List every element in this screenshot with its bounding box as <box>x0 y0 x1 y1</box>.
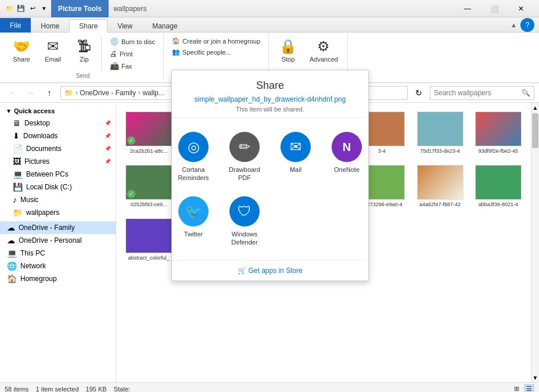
help-button[interactable]: ? <box>520 18 534 32</box>
homegroup-button[interactable]: 🏠 Create or join a homegroup <box>168 36 264 46</box>
maximize-button[interactable]: ⬜ <box>481 0 508 17</box>
scroll-thumb[interactable] <box>532 113 538 148</box>
homegroup-sidebar-label: Homegroup <box>20 275 57 283</box>
list-item[interactable]: ✓2ca2b2b1-a8c... <box>121 107 177 159</box>
share-app-onenote[interactable]: N OneNote <box>324 127 370 187</box>
list-item[interactable]: a4a62f47-f887-42 <box>412 161 468 212</box>
tab-file[interactable]: File <box>0 18 31 33</box>
file-name-label: 93df9f2e-fbe2-45 <box>479 148 519 154</box>
sidebar-item-music[interactable]: ♪ Music <box>0 193 116 206</box>
close-button[interactable]: ✕ <box>508 0 534 17</box>
share-app-windows-defender[interactable]: 🛡 WindowsDefender <box>221 192 268 251</box>
sidebar-item-onedrive-family[interactable]: ☁ OneDrive - Family <box>0 221 116 234</box>
between-pcs-icon: 💻 <box>13 170 23 179</box>
title-bar: 📁 💾 ↩ ▾ Picture Tools wallpapers — ⬜ ✕ <box>0 0 539 17</box>
app-icon: 📁 <box>5 4 14 13</box>
security-group-content: 🔒 Stop ⚙ Advanced <box>274 36 343 71</box>
quick-access-more[interactable]: ▾ <box>39 4 49 13</box>
print-button[interactable]: 🖨 Print <box>106 48 159 59</box>
sidebar-item-documents[interactable]: 📄 Documents 📌 <box>0 142 116 155</box>
title-text: wallpapers <box>109 5 151 13</box>
homegroup-icon: 🏠 <box>172 37 180 45</box>
get-apps-label: Get apps in Store <box>248 267 302 275</box>
drawboard-label: DrawboardPDF <box>229 166 260 182</box>
scroll-down-arrow[interactable]: ▼ <box>531 373 539 382</box>
homegroup-sidebar-icon: 🏠 <box>7 274 17 283</box>
advanced-label: Advanced <box>310 56 338 63</box>
this-pc-icon: 💻 <box>7 249 17 258</box>
scroll-up-arrow[interactable]: ▲ <box>531 103 539 112</box>
share-app-mail[interactable]: ✉ Mail <box>272 127 319 187</box>
details-view-btn[interactable]: ☰ <box>524 384 534 393</box>
share-label: Share <box>13 56 30 63</box>
file-name-label: abstract_colorful_ <box>128 255 170 261</box>
email-button[interactable]: ✉ Email <box>38 36 67 65</box>
specific-people-button[interactable]: 👥 Specific people... <box>168 47 235 57</box>
refresh-button[interactable]: ↻ <box>411 85 426 100</box>
sidebar-item-network[interactable]: 🌐 Network <box>0 260 116 272</box>
zip-button[interactable]: 🗜 Zip <box>70 36 99 65</box>
zip-label: Zip <box>80 56 88 63</box>
ribbon-collapse-btn[interactable]: ▲ <box>511 21 517 28</box>
sidebar-item-this-pc[interactable]: 💻 This PC <box>0 247 116 260</box>
quick-access-undo[interactable]: ↩ <box>28 4 37 13</box>
specific-icon: 👥 <box>172 48 180 56</box>
tab-manage[interactable]: Manage <box>142 19 187 33</box>
print-icon: 🖨 <box>110 49 117 58</box>
scrollbar[interactable]: ▲ ▼ <box>531 103 539 382</box>
burn-label: Burn to disc <box>121 38 155 45</box>
forward-button[interactable]: → <box>23 85 38 100</box>
share-app-drawboard[interactable]: ✏ DrawboardPDF <box>221 127 268 187</box>
search-input[interactable] <box>434 89 522 97</box>
file-name-label: a4a62f47-f887-42 <box>419 202 461 207</box>
list-item[interactable]: 93df9f2e-fbe2-45 <box>470 107 526 159</box>
file-name-label: 75d17f33-de23-4 <box>420 148 460 154</box>
sidebar-item-wallpapers[interactable]: 📁 wallpapers <box>0 206 116 219</box>
path-folder-icon: 📁 <box>64 89 73 97</box>
sidebar-item-onedrive-personal[interactable]: ☁ OneDrive - Personal <box>0 234 116 247</box>
get-apps-link[interactable]: 🛒 Get apps in Store <box>238 267 303 275</box>
sidebar-item-between-pcs[interactable]: 💻 Between PCs <box>0 168 116 181</box>
path-segment-2[interactable]: wallp... <box>142 89 164 97</box>
sidebar-quick-access-header[interactable]: ▾ Quick access <box>0 105 116 117</box>
windows-defender-icon: 🛡 <box>229 196 260 226</box>
share-app-cortana[interactable]: ◎ CortanaReminders <box>170 127 217 187</box>
file-size: 195 KB <box>86 386 107 393</box>
burn-button[interactable]: 💿 Burn to disc <box>106 36 159 47</box>
ribbon-send-group: 🤝 Share ✉ Email 🗜 Zip 💿 Burn to disc 🖨 P… <box>2 34 164 81</box>
drives-section: ☁ OneDrive - Family ☁ OneDrive - Persona… <box>0 221 116 285</box>
homegroup-label: Create or join a homegroup <box>182 38 260 45</box>
list-item[interactable]: 75d17f33-de23-4 <box>412 107 468 159</box>
list-item[interactable]: ✓0252bf93-ce9... <box>121 161 177 212</box>
large-icons-view-btn[interactable]: ⊞ <box>511 384 522 393</box>
sidebar-item-homegroup[interactable]: 🏠 Homegroup <box>0 272 116 285</box>
desktop-pin: 📌 <box>105 120 111 126</box>
tab-share[interactable]: Share <box>69 19 107 33</box>
store-icon: 🛒 <box>238 267 246 275</box>
path-segment-1[interactable]: OneDrive - Family <box>80 89 136 97</box>
status-bar: 58 items 1 item selected 195 KB State: ⊞… <box>0 382 539 392</box>
share-button[interactable]: 🤝 Share <box>7 36 36 65</box>
minimize-button[interactable]: — <box>454 0 481 17</box>
picture-tools-label: Picture Tools <box>51 0 109 17</box>
fax-button[interactable]: 📠 Fax <box>106 60 159 71</box>
list-item[interactable]: abstract_colorful_ <box>121 214 177 265</box>
downloads-label: Downloads <box>23 132 58 140</box>
quick-access-save[interactable]: 💾 <box>16 4 26 13</box>
tab-home[interactable]: Home <box>31 19 69 33</box>
up-button[interactable]: ↑ <box>42 85 57 100</box>
sidebar-item-local-disk[interactable]: 💾 Local Disk (C:) <box>0 181 116 193</box>
back-button[interactable]: ← <box>5 85 20 100</box>
sidebar-item-desktop[interactable]: 🖥 Desktop 📌 <box>0 117 116 130</box>
sidebar-item-pictures[interactable]: 🖼 Pictures 📌 <box>0 155 116 168</box>
list-item[interactable]: abba3f36-8021-4 <box>470 161 526 212</box>
tab-view[interactable]: View <box>107 19 142 33</box>
search-box[interactable]: 🔍 <box>430 86 534 100</box>
stop-button[interactable]: 🔒 Stop <box>274 36 303 65</box>
desktop-icon: 🖥 <box>13 118 21 128</box>
cortana-label: CortanaReminders <box>178 166 209 182</box>
sidebar-item-downloads[interactable]: ⬇ Downloads 📌 <box>0 130 116 142</box>
advanced-button[interactable]: ⚙ Advanced <box>305 36 343 65</box>
quick-access-label: Quick access <box>14 107 55 114</box>
share-app-twitter[interactable]: 🐦 Twitter <box>170 192 217 251</box>
